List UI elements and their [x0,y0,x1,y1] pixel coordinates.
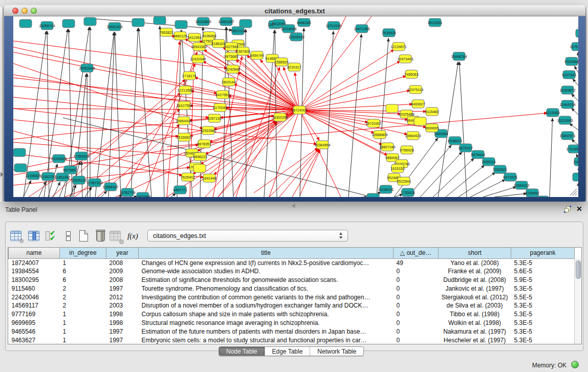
graph-node[interactable]: 12213589 [177,86,193,94]
graph-node[interactable]: 10653287 [218,17,234,26]
graph-node[interactable]: 16782759 [119,188,135,196]
graph-node[interactable]: 8413054 [428,18,442,27]
citation-edge-black[interactable] [460,62,467,197]
citation-edge-red[interactable] [299,110,319,140]
graph-node[interactable]: 18107554 [176,101,192,110]
table-cell[interactable]: Jankovic et al. (1997) [439,284,511,293]
graph-node[interactable]: 12533581 [200,126,216,135]
graph-node[interactable]: 12975115 [408,85,424,94]
citation-edge-black[interactable] [53,182,60,197]
graph-node[interactable] [414,117,426,125]
citation-edge-black[interactable] [101,191,107,197]
table-cell[interactable]: 5.9E-5 [511,276,575,285]
citation-edge-red[interactable] [205,121,276,197]
table-row[interactable]: 1830029562008Estimation of significance … [9,276,575,285]
graph-node[interactable]: 5912954 [187,33,201,41]
column-header-1[interactable]: in_degree [60,248,106,258]
show-columns-button[interactable] [28,230,41,243]
table-cell[interactable]: 5.3E-5 [511,310,575,319]
table-cell[interactable]: Nakamura et al. (1997) [439,327,511,336]
table-cell[interactable]: de Silva et al. (2003) [439,301,511,310]
graph-node[interactable] [62,19,75,28]
graph-node[interactable]: 15166827 [176,133,192,141]
graph-node[interactable]: 9756928 [400,146,413,154]
graph-node[interactable] [576,29,578,37]
graph-node[interactable]: 10973493 [397,55,413,63]
graph-node[interactable]: 1733426 [401,188,415,196]
table-cell[interactable]: 1 [60,310,106,319]
graph-node[interactable]: 17359928 [73,152,89,160]
canvas-resize-grip[interactable] [568,187,577,196]
table-row[interactable]: 946554611997Estimation of the future num… [9,327,575,336]
graph-node[interactable]: 14671355 [354,25,369,33]
table-cell[interactable]: 0 [394,293,439,301]
table-cell[interactable]: Structural magnetic resonance image aver… [139,319,394,327]
graph-node[interactable]: 12139671 [390,42,406,51]
column-header-5[interactable]: short [439,248,511,258]
graph-node[interactable]: 16648784 [451,52,467,60]
graph-node[interactable]: 7485063 [404,70,418,78]
function-builder-button[interactable]: f(x) [127,230,141,243]
table-cell[interactable]: 5.3E-5 [511,336,575,344]
table-cell[interactable]: Embryonic stem cells: a model to study s… [139,336,394,344]
row-height-button[interactable] [62,230,75,243]
tab-node-table[interactable]: Node Table [219,347,265,356]
graph-node[interactable]: 9329966 [564,57,578,65]
table-cell[interactable]: 1998 [106,319,139,327]
citation-edge-black[interactable] [572,94,578,101]
graph-node[interactable]: 10654112 [514,181,530,189]
table-cell[interactable]: 9777169 [9,310,60,319]
graph-node[interactable]: 29053346 [79,64,95,72]
graph-node[interactable]: 7663822 [159,28,173,36]
graph-node[interactable]: 8186328 [211,39,225,48]
citation-edge-red[interactable] [269,110,299,197]
graph-node[interactable]: 10688809 [372,130,387,139]
citation-edge-red[interactable] [13,110,299,139]
graph-node[interactable]: 9875685 [224,52,238,60]
graph-node[interactable]: 8215955 [546,108,559,117]
graph-node[interactable]: 19218596 [280,25,296,33]
table-cell[interactable]: 0 [394,310,439,319]
table-selector-dropdown[interactable]: citations_edges.txt [147,230,348,242]
graph-node[interactable]: 2803144 [222,78,235,86]
citation-edge-red[interactable] [203,61,299,110]
graph-node[interactable]: 1691448 [202,174,216,182]
graph-node[interactable]: 16033809 [195,17,211,26]
table-cell[interactable]: 1998 [106,310,139,319]
graph-node[interactable]: 1588520 [274,58,288,66]
graph-node[interactable] [84,17,96,26]
table-cell[interactable]: Genome-wide association studies in ADHD. [139,267,394,276]
column-header-4[interactable]: △ out_de… [394,248,439,258]
close-panel-icon[interactable]: ✕ [576,205,582,213]
graph-node[interactable]: 9115460 [425,107,439,116]
table-cell[interactable]: 2 [60,284,106,293]
graph-node[interactable] [132,18,144,27]
citation-edge-black[interactable] [572,139,578,145]
graph-node[interactable]: 6679197 [459,144,472,152]
graph-node[interactable]: 12505135 [71,176,86,184]
graph-node[interactable]: 19654934 [176,117,191,125]
graph-node[interactable]: 19384554 [314,141,330,149]
table-cell[interactable]: Stergiakouli et al. (2012) [439,293,511,301]
citation-edge-red[interactable] [292,150,319,197]
table-cell[interactable]: 14569117 [9,301,60,310]
column-header-0[interactable]: name [9,248,60,258]
citation-edge-black[interactable] [550,118,553,197]
citation-edge-black[interactable] [160,26,164,197]
column-header-2[interactable]: year [106,248,139,258]
table-cell[interactable]: 2008 [106,258,139,267]
graph-node[interactable]: 19654923 [405,132,421,140]
citation-edge-black[interactable] [494,193,527,197]
table-cell[interactable]: 2008 [106,276,139,285]
graph-node[interactable]: 14136141 [378,185,394,193]
graph-node[interactable]: 9474444 [471,150,485,159]
graph-node[interactable]: 12093872 [559,86,575,94]
citation-edge-red[interactable] [299,50,394,110]
graph-node[interactable]: 9463627 [411,100,425,108]
table-cell[interactable]: Tibbo et al. (1998) [439,310,511,319]
graph-node[interactable]: 10719155 [325,21,341,30]
graph-node[interactable]: 15720407 [365,119,381,127]
graph-node[interactable]: 2367608 [236,47,250,55]
citation-edge-red[interactable] [236,67,279,197]
graph-node[interactable]: 8267130 [207,114,221,122]
